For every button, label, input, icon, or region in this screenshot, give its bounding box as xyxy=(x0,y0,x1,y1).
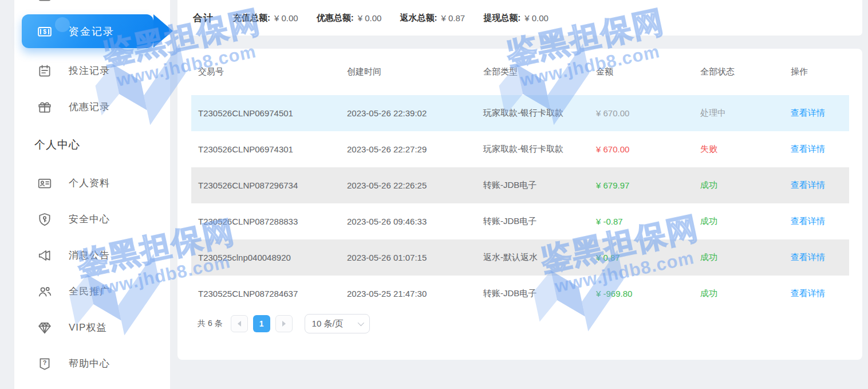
sidebar-item-promo-records[interactable]: 优惠记录 xyxy=(14,89,170,125)
next-page-button[interactable] xyxy=(275,315,293,332)
cell-amount: ¥ 670.00 xyxy=(596,108,700,118)
table-body: T230526CLNP06974501 2023-05-26 22:39:02 … xyxy=(191,95,849,312)
sidebar-item-label: 消息公告 xyxy=(69,249,110,262)
page-size-select[interactable]: 10 条/页 xyxy=(305,314,370,333)
sidebar-item-label: 个人资料 xyxy=(69,176,110,190)
cell-created-time: 2023-05-26 01:07:15 xyxy=(347,253,483,262)
megaphone-icon xyxy=(37,248,52,263)
sidebar-item-label: VIP权益 xyxy=(69,321,106,334)
gift-icon xyxy=(37,100,52,115)
cell-type: 玩家取款-银行卡取款 xyxy=(483,108,596,119)
view-details-link[interactable]: 查看详情 xyxy=(791,288,825,298)
id-card-icon xyxy=(37,176,52,191)
cell-transaction-id: T230526CLNP06974301 xyxy=(198,144,347,154)
sidebar-item-withdraw-clipped[interactable]: 取款专区 xyxy=(14,0,170,13)
svg-text:$: $ xyxy=(43,29,46,35)
sidebar-item-label: 资金记录 xyxy=(69,25,115,38)
sidebar-item-promotion[interactable]: 全民推广 xyxy=(14,273,170,309)
table-row: T230526CLNP06974301 2023-05-26 22:27:29 … xyxy=(191,131,849,167)
summary-item-value: ¥ 0.00 xyxy=(358,13,382,23)
shield-key-icon xyxy=(37,212,52,227)
page-size-value: 10 条/页 xyxy=(312,319,344,329)
prev-page-button[interactable] xyxy=(231,315,248,332)
cell-type: 返水-默认返水 xyxy=(483,252,596,263)
chevron-down-icon xyxy=(357,320,364,326)
column-header-created-time[interactable]: 创建时间 xyxy=(347,66,483,77)
table-row: T230525clnp040048920 2023-05-26 01:07:15… xyxy=(191,239,849,276)
diamond-icon xyxy=(37,320,52,335)
cell-status: 成功 xyxy=(700,180,791,191)
cell-type: 转账-JDB电子 xyxy=(483,216,596,227)
summary-item: 提现总额: ¥ 0.00 xyxy=(483,13,549,23)
cell-created-time: 2023-05-26 22:26:25 xyxy=(347,180,483,190)
sidebar: 取款专区 $ 资金记录 投注记录 优惠记录 个人中心 个人资料 xyxy=(14,0,170,389)
table-row: T230526CLNP087296734 2023-05-26 22:26:25… xyxy=(191,167,849,203)
cell-created-time: 2023-05-25 21:47:30 xyxy=(347,289,483,298)
view-details-link[interactable]: 查看详情 xyxy=(791,252,825,262)
table-row: T230526CLNP087288833 2023-05-26 09:46:33… xyxy=(191,203,849,239)
cell-transaction-id: T230525clnp040048920 xyxy=(198,253,347,262)
summary-bar: 合计 充值总额: ¥ 0.00 优惠总额: ¥ 0.00 返水总额: ¥ 0.8… xyxy=(177,0,862,36)
summary-item: 返水总额: ¥ 0.87 xyxy=(400,13,465,23)
sidebar-item-security-center[interactable]: 安全中心 xyxy=(14,201,170,237)
summary-item-value: ¥ 0.87 xyxy=(441,13,465,23)
view-details-link[interactable]: 查看详情 xyxy=(791,108,825,117)
page-number-1[interactable]: 1 xyxy=(253,315,270,332)
cell-amount: ¥ 679.97 xyxy=(596,180,700,190)
sidebar-item-vip[interactable]: VIP权益 xyxy=(14,309,170,345)
table-header-row: 交易号 创建时间 全部类型 金额 全部状态 操作 xyxy=(191,49,849,95)
sidebar-section-personal-center: 个人中心 xyxy=(14,125,170,165)
sidebar-item-label: 安全中心 xyxy=(69,213,110,226)
column-header-status[interactable]: 全部状态 xyxy=(700,66,791,77)
cell-created-time: 2023-05-26 22:39:02 xyxy=(347,108,483,118)
sidebar-item-announcements[interactable]: 消息公告 xyxy=(14,237,170,273)
cell-type: 转账-JDB电子 xyxy=(483,288,596,299)
summary-item: 充值总额: ¥ 0.00 xyxy=(233,13,298,23)
svg-text:?: ? xyxy=(43,359,47,366)
sidebar-item-label: 全民推广 xyxy=(69,285,110,298)
summary-item-label: 优惠总额: xyxy=(317,13,354,23)
pagination-total: 共 6 条 xyxy=(198,319,223,329)
next-arrow-icon xyxy=(282,321,286,327)
wallet-icon xyxy=(37,0,52,3)
column-header-type[interactable]: 全部类型 xyxy=(483,66,596,77)
people-icon xyxy=(37,284,52,299)
table-row: T230525CLNP087284637 2023-05-25 21:47:30… xyxy=(191,276,849,312)
cell-amount: ¥ 0.87 xyxy=(596,253,700,262)
cell-created-time: 2023-05-26 22:27:29 xyxy=(347,144,483,154)
cell-amount: ¥ 670.00 xyxy=(596,144,700,154)
cell-status: 成功 xyxy=(700,288,791,299)
bet-record-icon xyxy=(37,64,52,78)
sidebar-item-bet-records[interactable]: 投注记录 xyxy=(14,53,170,89)
banknote-icon: $ xyxy=(37,24,52,39)
summary-item-label: 提现总额: xyxy=(483,13,520,23)
view-details-link[interactable]: 查看详情 xyxy=(791,180,825,190)
table-row: T230526CLNP06974501 2023-05-26 22:39:02 … xyxy=(191,95,849,131)
cell-transaction-id: T230526CLNP087296734 xyxy=(198,180,347,190)
sidebar-item-label: 帮助中心 xyxy=(69,357,110,370)
sidebar-item-help-center[interactable]: ? 帮助中心 xyxy=(14,345,170,382)
cell-amount: ¥ -0.87 xyxy=(596,217,700,226)
view-details-link[interactable]: 查看详情 xyxy=(791,216,825,226)
pagination: 共 6 条 1 10 条/页 xyxy=(198,314,862,333)
column-header-transaction-id[interactable]: 交易号 xyxy=(198,66,347,77)
view-details-link[interactable]: 查看详情 xyxy=(791,144,825,154)
summary-item-value: ¥ 0.00 xyxy=(524,13,549,23)
help-icon: ? xyxy=(37,356,52,371)
summary-item: 优惠总额: ¥ 0.00 xyxy=(317,13,382,23)
sidebar-item-label: 投注记录 xyxy=(69,64,110,77)
cell-amount: ¥ -969.80 xyxy=(596,289,700,298)
summary-item-label: 返水总额: xyxy=(400,13,437,23)
summary-list: 充值总额: ¥ 0.00 优惠总额: ¥ 0.00 返水总额: ¥ 0.87 提… xyxy=(233,13,567,23)
sidebar-item-label: 优惠记录 xyxy=(69,100,110,113)
sidebar-item-profile[interactable]: 个人资料 xyxy=(14,165,170,201)
sidebar-item-funds-records[interactable]: $ 资金记录 xyxy=(22,14,153,48)
column-header-actions: 操作 xyxy=(791,66,849,77)
sidebar-item-label: 取款专区 xyxy=(69,0,110,2)
summary-title: 合计 xyxy=(193,11,214,25)
cell-transaction-id: T230525CLNP087284637 xyxy=(198,289,347,298)
cell-status: 处理中 xyxy=(700,108,791,119)
column-header-amount[interactable]: 金额 xyxy=(596,66,700,77)
cell-status: 成功 xyxy=(700,252,791,263)
cell-type: 玩家取款-银行卡取款 xyxy=(483,144,596,155)
